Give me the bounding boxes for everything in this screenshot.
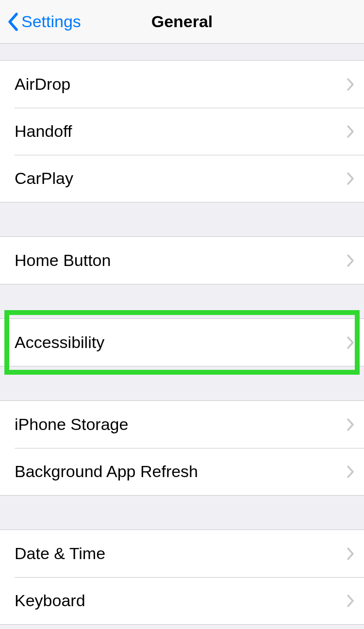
section-spacer: [0, 202, 364, 236]
chevron-right-icon: [347, 465, 354, 479]
row-date-time[interactable]: Date & Time: [0, 530, 364, 577]
section-accessibility: Accessibility: [0, 318, 364, 366]
row-background-app-refresh[interactable]: Background App Refresh: [0, 448, 364, 495]
chevron-right-icon: [347, 547, 354, 561]
row-label: Accessibility: [15, 333, 347, 352]
row-keyboard[interactable]: Keyboard: [0, 577, 364, 624]
back-button[interactable]: Settings: [7, 12, 81, 32]
row-label: Background App Refresh: [15, 462, 347, 481]
chevron-right-icon: [347, 125, 354, 138]
chevron-right-icon: [347, 336, 354, 349]
row-iphone-storage[interactable]: iPhone Storage: [0, 401, 364, 448]
row-carplay[interactable]: CarPlay: [0, 155, 364, 202]
row-label: iPhone Storage: [15, 415, 347, 434]
chevron-right-icon: [347, 78, 354, 91]
row-accessibility[interactable]: Accessibility: [0, 319, 364, 366]
section-spacer: [0, 366, 364, 400]
section-connectivity: AirDrop Handoff CarPlay: [0, 60, 364, 202]
row-handoff[interactable]: Handoff: [0, 108, 364, 155]
chevron-right-icon: [347, 254, 354, 267]
section-home-button: Home Button: [0, 236, 364, 284]
back-chevron-icon: [7, 12, 18, 32]
section-storage: iPhone Storage Background App Refresh: [0, 400, 364, 496]
row-label: Keyboard: [15, 591, 347, 610]
row-label: Handoff: [15, 122, 347, 141]
section-spacer: [0, 44, 364, 60]
row-label: CarPlay: [15, 169, 347, 188]
chevron-right-icon: [347, 418, 354, 431]
section-spacer: [0, 496, 364, 530]
row-label: AirDrop: [15, 75, 347, 94]
chevron-right-icon: [347, 594, 354, 608]
row-label: Date & Time: [15, 544, 347, 563]
back-label: Settings: [21, 12, 81, 31]
section-spacer: [0, 284, 364, 318]
navigation-bar: Settings General: [0, 0, 364, 44]
chevron-right-icon: [347, 172, 354, 185]
row-home-button[interactable]: Home Button: [0, 237, 364, 284]
row-label: Home Button: [15, 251, 347, 270]
section-system: Date & Time Keyboard: [0, 530, 364, 625]
row-airdrop[interactable]: AirDrop: [0, 61, 364, 108]
